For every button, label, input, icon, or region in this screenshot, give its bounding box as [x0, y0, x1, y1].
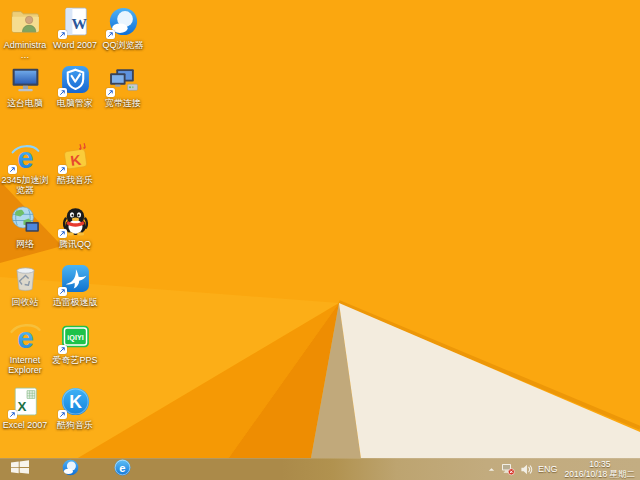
desktop-icon-this-pc[interactable]: 这台电脑	[1, 63, 49, 108]
shortcut-arrow-icon	[106, 88, 115, 97]
icon-label: QQ浏览器	[102, 40, 143, 50]
clock[interactable]: 10:35 2016/10/18 星期二	[563, 459, 637, 479]
icon-label: 爱奇艺PPS	[52, 355, 97, 365]
icon-label: 2345加速浏览器	[1, 175, 49, 195]
desktop-icon-internet-explorer[interactable]: e Internet Explorer	[1, 320, 49, 375]
desktop-icon-2345-browser[interactable]: e 2345加速浏览器	[1, 140, 49, 195]
user-folder-icon	[9, 5, 42, 38]
desktop-icon-iqiyi-pps[interactable]: iQIYI 爱奇艺PPS	[51, 320, 99, 365]
desktop: Administra… W Word 2007 Q	[0, 0, 640, 480]
shortcut-arrow-icon	[8, 410, 17, 419]
taskbar-qq-browser-button[interactable]	[56, 458, 84, 480]
icon-label: 电脑管家	[57, 98, 93, 108]
start-button[interactable]	[6, 458, 34, 480]
desktop-icon-kuwo-music[interactable]: K 酷我音乐	[51, 140, 99, 185]
show-hidden-icons-button[interactable]	[487, 458, 496, 480]
icon-label: Administra…	[1, 40, 49, 60]
swallow-bird-icon	[59, 262, 92, 295]
clock-date: 2016/10/18 星期二	[565, 469, 635, 479]
volume-icon[interactable]	[520, 458, 533, 480]
computer-icon	[9, 63, 42, 96]
icon-label: 迅雷极速版	[53, 297, 98, 307]
recycle-bin-icon	[9, 262, 42, 295]
broadband-icon	[107, 63, 140, 96]
icon-label: 宽带连接	[105, 98, 141, 108]
icon-label: 回收站	[12, 297, 39, 307]
icon-label: Internet Explorer	[1, 355, 49, 375]
network-disconnected-icon[interactable]	[501, 458, 515, 480]
e-browser-icon: e	[9, 140, 42, 173]
qq-browser-icon	[107, 5, 140, 38]
qq-browser-icon	[61, 458, 80, 480]
clock-time: 10:35	[589, 459, 610, 469]
svg-text:W: W	[71, 15, 87, 32]
desktop-icon-qq-browser[interactable]: QQ浏览器	[99, 5, 147, 50]
excel-icon: X	[9, 385, 42, 418]
icon-label: 酷我音乐	[57, 175, 93, 185]
e-browser-icon: e	[113, 458, 132, 480]
desktop-icon-xunlei[interactable]: 迅雷极速版	[51, 262, 99, 307]
shortcut-arrow-icon	[8, 165, 17, 174]
internet-explorer-icon: e	[9, 320, 42, 353]
kuwo-music-icon: K	[59, 140, 92, 173]
desktop-icon-word-2007[interactable]: W Word 2007	[51, 5, 99, 50]
shortcut-arrow-icon	[106, 30, 115, 39]
kugou-music-icon: K	[59, 385, 92, 418]
svg-text:iQIYI: iQIYI	[67, 333, 83, 342]
icon-label: 这台电脑	[7, 98, 43, 108]
desktop-icon-administrator[interactable]: Administra…	[1, 5, 49, 60]
globe-network-icon	[9, 204, 42, 237]
shortcut-arrow-icon	[58, 410, 67, 419]
svg-text:X: X	[17, 399, 26, 414]
shortcut-arrow-icon	[58, 345, 67, 354]
taskbar: e	[0, 458, 640, 480]
icon-label: Excel 2007	[3, 420, 48, 430]
desktop-icon-pc-manager[interactable]: 电脑管家	[51, 63, 99, 108]
shortcut-arrow-icon	[58, 88, 67, 97]
desktop-icon-tencent-qq[interactable]: 腾讯QQ	[51, 204, 99, 249]
desktop-icon-broadband-connection[interactable]: 宽带连接	[99, 63, 147, 108]
desktop-icon-excel-2007[interactable]: X Excel 2007	[1, 385, 49, 430]
icon-label: 腾讯QQ	[59, 239, 91, 249]
iqiyi-icon: iQIYI	[59, 320, 92, 353]
shield-check-icon	[59, 63, 92, 96]
icon-label: 酷狗音乐	[57, 420, 93, 430]
desktop-icon-kugou-music[interactable]: K 酷狗音乐	[51, 385, 99, 430]
svg-text:e: e	[119, 461, 125, 473]
shortcut-arrow-icon	[58, 229, 67, 238]
desktop-icon-recycle-bin[interactable]: 回收站	[1, 262, 49, 307]
language-indicator[interactable]: ENG	[538, 458, 558, 480]
shortcut-arrow-icon	[58, 30, 67, 39]
shortcut-arrow-icon	[58, 287, 67, 296]
word-icon: W	[59, 5, 92, 38]
shortcut-arrow-icon	[58, 165, 67, 174]
icon-label: 网络	[16, 239, 34, 249]
svg-text:K: K	[69, 392, 82, 412]
taskbar-e-browser-button[interactable]: e	[108, 458, 136, 480]
desktop-icon-network[interactable]: 网络	[1, 204, 49, 249]
system-tray: ENG 10:35 2016/10/18 星期二	[487, 458, 637, 480]
windows-logo-icon	[11, 460, 29, 478]
icon-label: Word 2007	[53, 40, 97, 50]
qq-penguin-icon	[59, 204, 92, 237]
